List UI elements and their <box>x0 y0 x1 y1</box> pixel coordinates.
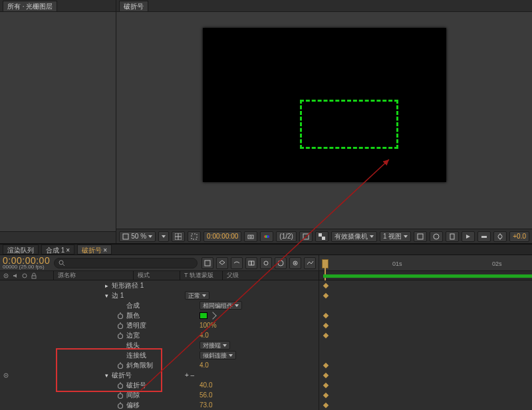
pixel-aspect-icon[interactable] <box>446 231 459 242</box>
svg-rect-26 <box>251 261 254 265</box>
stroke-blend-mode-dropdown[interactable]: 正常 <box>185 291 209 300</box>
timeline-sync-icon[interactable] <box>477 231 491 242</box>
view-icon-1[interactable] <box>414 231 427 242</box>
timeline-tracks-area[interactable] <box>319 280 532 410</box>
svg-point-45 <box>5 375 7 376</box>
prop-dash: 破折号 <box>126 381 200 390</box>
stroke-width-value[interactable]: 4.0 <box>200 332 266 339</box>
stopwatch-icon[interactable] <box>117 312 124 319</box>
exposure-value[interactable]: +0.0 <box>509 231 529 242</box>
dashed-rectangle-shape[interactable] <box>300 100 398 149</box>
close-icon[interactable]: × <box>66 247 70 254</box>
draft-3d-button[interactable] <box>216 257 228 269</box>
project-tab[interactable]: 所有 · 光栅图层 <box>3 1 57 11</box>
mask-toggle[interactable] <box>188 231 201 242</box>
timeline-tab-comp1[interactable]: 合成 1× <box>41 245 74 255</box>
offset-value[interactable]: 73.0 <box>200 401 266 409</box>
composition-view[interactable] <box>203 28 446 182</box>
resolution-toggle[interactable] <box>158 231 169 242</box>
comp-mini-flowchart-button[interactable] <box>201 257 213 269</box>
zoom-dropdown[interactable]: 50 % <box>119 231 156 242</box>
prop-rect-path[interactable]: 矩形路径 1 <box>112 281 185 290</box>
square-icon <box>122 233 129 240</box>
eyedropper-arrow-icon[interactable] <box>209 312 216 319</box>
prop-dashes-group[interactable]: 破折号 <box>112 371 185 380</box>
column-mode[interactable]: 模式 <box>133 271 180 280</box>
view-icon-2[interactable] <box>430 231 443 242</box>
channel-icon[interactable] <box>260 231 273 242</box>
svg-rect-10 <box>303 234 309 239</box>
current-time-block[interactable]: 0:00:00:00 00000 (25.00 fps) <box>3 256 50 270</box>
stopwatch-icon[interactable] <box>117 402 124 409</box>
time-ruler[interactable]: 01s 02s <box>319 255 532 271</box>
stopwatch-icon[interactable] <box>117 382 124 389</box>
active-camera-dropdown[interactable]: 有效摄像机 <box>331 231 377 242</box>
work-area-bar[interactable] <box>323 274 532 278</box>
graph-editor-button[interactable] <box>304 257 316 269</box>
view-count-dropdown[interactable]: 1 视图 <box>380 231 411 242</box>
svg-rect-4 <box>192 234 197 239</box>
motion-blur-button[interactable] <box>260 257 272 269</box>
shy-button[interactable] <box>231 257 243 269</box>
shy-icon <box>233 259 241 267</box>
prop-composite: 合成 <box>126 301 200 310</box>
svg-rect-15 <box>450 234 454 239</box>
stopwatch-icon[interactable] <box>117 332 124 339</box>
preview-footer-bar: 50 % 0:00:00:00 (1/2) <box>116 229 532 243</box>
column-source-name[interactable]: 源名称 <box>53 271 133 280</box>
dashes-add-remove[interactable]: + – <box>185 371 251 379</box>
stopwatch-icon[interactable] <box>117 322 124 329</box>
frame-blend-button[interactable] <box>245 257 257 269</box>
camera-icon <box>247 233 254 240</box>
line-cap-dropdown[interactable]: 对接端 <box>200 341 230 350</box>
svg-point-36 <box>118 314 123 318</box>
chevron-right-icon[interactable]: ▸ <box>105 282 112 289</box>
composite-dropdown[interactable]: 相同编组作 <box>200 301 242 310</box>
grid-icon[interactable] <box>172 231 185 242</box>
speaker-icon <box>12 272 19 279</box>
color-swatch[interactable] <box>200 312 207 319</box>
playhead[interactable] <box>322 259 329 268</box>
gap-value[interactable]: 56.0 <box>200 391 266 399</box>
autokey-button[interactable] <box>289 257 301 269</box>
svg-rect-11 <box>319 233 322 237</box>
svg-rect-17 <box>481 236 487 238</box>
column-track-matte[interactable]: T 轨道蒙版 <box>180 271 222 280</box>
timeline-tab-render-queue[interactable]: 渲染队列 <box>3 245 39 255</box>
prop-offset: 偏移 <box>126 401 200 410</box>
column-parent[interactable]: 父级 <box>222 271 319 280</box>
svg-point-50 <box>118 403 123 408</box>
dash-value[interactable]: 40.0 <box>200 381 266 389</box>
prop-stroke-1[interactable]: 边 1 <box>112 291 185 300</box>
timeline-tab-dashes[interactable]: 破折号× <box>77 245 112 255</box>
roi-button[interactable] <box>299 231 313 242</box>
chevron-down-icon[interactable]: ▾ <box>105 292 112 299</box>
eye-icon[interactable] <box>3 372 9 379</box>
close-icon[interactable]: × <box>103 247 107 254</box>
stopwatch-icon[interactable] <box>117 392 124 399</box>
current-time-display[interactable]: 0:00:00:00 <box>203 231 241 242</box>
svg-point-34 <box>23 274 27 278</box>
opacity-value[interactable]: 100% <box>200 322 266 329</box>
layer-search[interactable] <box>54 258 198 268</box>
exposure-icon[interactable] <box>493 231 507 242</box>
transparency-grid[interactable] <box>315 231 329 242</box>
brainstorm-button[interactable] <box>275 257 287 269</box>
line-join-dropdown[interactable]: 倾斜连接 <box>200 351 236 359</box>
prop-miter-limit: 斜角限制 <box>126 361 200 370</box>
preview-tab[interactable]: 破折号 <box>119 1 148 11</box>
svg-marker-24 <box>219 260 225 264</box>
snapshot-button[interactable] <box>244 231 257 242</box>
project-panel: 所有 · 光栅图层 <box>0 0 116 243</box>
chevron-down-icon[interactable]: ▾ <box>105 372 112 379</box>
stopwatch-icon[interactable] <box>117 362 124 369</box>
eye-icon <box>3 272 9 279</box>
resolution-half[interactable]: (1/2) <box>276 231 297 242</box>
svg-point-38 <box>118 324 123 328</box>
fast-preview-icon[interactable] <box>462 231 475 242</box>
svg-point-21 <box>59 260 63 264</box>
search-icon <box>59 260 65 266</box>
svg-point-28 <box>278 260 283 266</box>
miter-value[interactable]: 4.0 <box>200 361 266 369</box>
prop-stroke-width: 边宽 <box>126 331 200 340</box>
